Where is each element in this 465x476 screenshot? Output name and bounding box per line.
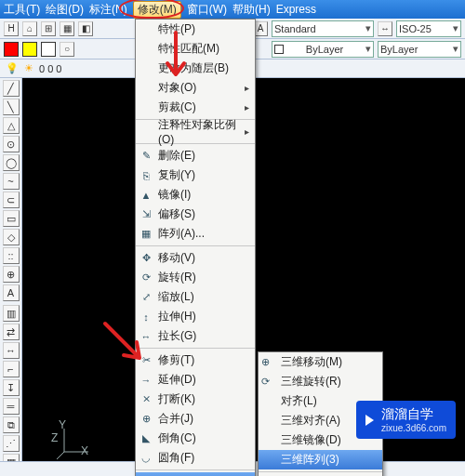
menu-item[interactable]: ▲镜像(I) — [136, 185, 255, 205]
sun-icon[interactable]: ☀ — [24, 62, 33, 74]
menu-item[interactable]: 更改为随层(B) — [136, 59, 255, 78]
tool-button[interactable]: ◇ — [3, 229, 20, 245]
menu-item[interactable]: 三维操作(3) — [136, 472, 255, 476]
linetype-dropdown[interactable]: ByLayer — [378, 41, 461, 58]
watermark-name: 溜溜自学 — [381, 406, 446, 423]
tool-button[interactable]: △ — [3, 117, 20, 134]
submenu-item[interactable]: ⟳三维旋转(R) — [259, 372, 382, 391]
menu-item[interactable]: ◡圆角(F) — [136, 448, 255, 468]
menu-dimension[interactable]: 标注(N) — [89, 2, 127, 18]
submenu-item-label: 三维对齐(A) — [281, 413, 340, 429]
menu-item-icon: ⎘ — [139, 168, 153, 183]
ucs-icon: Z Y X — [51, 418, 98, 465]
tool-button[interactable]: ╱ — [3, 80, 20, 97]
menu-item-icon: ↕ — [139, 310, 153, 324]
menu-item[interactable]: ⨯打断(K) — [136, 390, 255, 409]
menu-item-icon — [139, 100, 153, 115]
color-icon[interactable] — [41, 42, 56, 57]
dimstyle-dropdown[interactable]: ISO-25 — [396, 20, 461, 37]
menu-item[interactable]: ⇲偏移(S) — [136, 205, 255, 224]
tool-button[interactable]: ◯ — [3, 154, 20, 171]
menu-item-icon: ⤢ — [139, 290, 153, 305]
tool-button[interactable]: ⊕ — [3, 266, 20, 283]
menu-item[interactable]: ⎘复制(Y) — [136, 165, 255, 185]
menu-item-label: 镜像(I) — [158, 187, 191, 203]
tool-button[interactable]: ↔ — [3, 342, 20, 359]
tool-button[interactable]: ⇄ — [3, 324, 20, 340]
tool-button[interactable]: ⌐ — [3, 361, 20, 377]
menu-item[interactable]: 特性匹配(M) — [136, 39, 255, 59]
menu-item[interactable]: ✂修剪(T) — [136, 350, 255, 370]
color-icon[interactable] — [22, 42, 37, 57]
tool-icon[interactable]: ⊞ — [41, 21, 56, 36]
dimstyle-icon[interactable]: ↔ — [378, 21, 392, 36]
tool-button[interactable]: :: — [3, 247, 20, 264]
menu-item-icon — [139, 81, 153, 96]
tool-icon[interactable]: ○ — [60, 42, 74, 57]
submenu-item-label: 三维镜像(D) — [281, 432, 341, 448]
menu-item-icon: ▲ — [139, 188, 153, 203]
lightbulb-icon[interactable]: 💡 — [6, 62, 19, 74]
tool-button[interactable]: ▥ — [3, 305, 20, 322]
menu-item-icon: ↔ — [139, 329, 153, 344]
menu-item[interactable]: ⟳旋转(R) — [136, 268, 255, 287]
tool-button[interactable]: ▭ — [3, 210, 20, 227]
menu-item[interactable]: ◣倒角(C) — [136, 429, 255, 448]
menu-tools[interactable]: 工具(T) — [4, 2, 40, 18]
menu-item-label: 圆角(F) — [158, 450, 194, 466]
menu-item-icon — [139, 42, 153, 57]
menu-item-label: 拉长(G) — [158, 328, 196, 344]
tool-button[interactable]: ⧉ — [3, 416, 20, 433]
menu-window[interactable]: 窗口(W) — [187, 2, 227, 18]
menu-item[interactable]: ⤢缩放(L) — [136, 287, 255, 307]
menu-item[interactable]: ✥移动(V) — [136, 248, 255, 268]
tool-button[interactable]: ~ — [3, 173, 20, 190]
layer-color-dropdown[interactable]: ByLayer — [272, 41, 374, 58]
menu-item[interactable]: ↕拉伸(H) — [136, 307, 255, 326]
tool-icon[interactable]: ▦ — [60, 21, 74, 36]
tool-icon[interactable]: ◧ — [78, 21, 93, 36]
menu-modify[interactable]: 修改(M) — [133, 1, 181, 19]
menu-item[interactable]: ▦阵列(A)... — [136, 224, 255, 244]
color-icon[interactable] — [4, 42, 19, 57]
menu-item-label: 偏移(S) — [158, 206, 195, 222]
menu-item-label: 对象(O) — [158, 80, 196, 96]
menu-item-label: 注释性对象比例(O) — [158, 117, 249, 146]
menu-item-icon — [139, 61, 153, 76]
submenu-item[interactable]: 三维阵列(3) — [259, 450, 382, 469]
menu-item-label: 阵列(A)... — [158, 226, 205, 242]
menu-item[interactable]: 对象(O) — [136, 78, 255, 98]
menu-express[interactable]: Express — [276, 3, 316, 16]
play-icon — [365, 415, 374, 426]
tool-icon[interactable]: H — [4, 21, 19, 36]
tool-button[interactable]: ⋰ — [3, 435, 20, 452]
menu-draw[interactable]: 绘图(D) — [46, 2, 84, 18]
tool-icon[interactable]: ⌂ — [22, 21, 37, 36]
menu-item[interactable]: 特性(P) — [136, 20, 255, 39]
textstyle-dropdown[interactable]: Standard — [272, 20, 374, 37]
menu-item[interactable]: 剪裁(C) — [136, 98, 255, 117]
submenu-item[interactable]: ⊕三维移动(M) — [259, 352, 382, 372]
tool-button[interactable]: A — [3, 284, 20, 301]
menu-item[interactable]: ↔拉长(G) — [136, 326, 255, 346]
tool-button[interactable]: ⊙ — [3, 136, 20, 152]
menu-item-label: 复制(Y) — [158, 167, 195, 183]
menu-item[interactable]: 注释性对象比例(O) — [136, 122, 255, 141]
menu-item-icon: → — [139, 373, 153, 388]
menubar: 工具(T) 绘图(D) 标注(N) 修改(M) 窗口(W) 帮助(H) Expr… — [0, 0, 465, 19]
tool-button[interactable]: ⊂ — [3, 192, 20, 208]
menu-item-icon: ✥ — [139, 251, 153, 266]
menu-item[interactable]: →延伸(D) — [136, 370, 255, 390]
menu-item-label: 缩放(L) — [158, 289, 194, 305]
coord-readout: 0 0 0 — [39, 63, 61, 74]
menu-item-icon: ◣ — [139, 431, 153, 446]
tool-button[interactable]: ↧ — [3, 379, 20, 396]
tool-button[interactable]: ═ — [3, 398, 20, 415]
menu-item-icon: ⨯ — [139, 392, 153, 407]
menu-help[interactable]: 帮助(H) — [232, 2, 271, 18]
menu-item-icon: ◡ — [139, 451, 153, 466]
menu-item[interactable]: ✎删除(E) — [136, 146, 255, 165]
tool-button[interactable]: ╲ — [3, 99, 20, 115]
menu-item[interactable]: ⊕合并(J) — [136, 409, 255, 429]
menu-item-icon: ▦ — [139, 227, 153, 242]
